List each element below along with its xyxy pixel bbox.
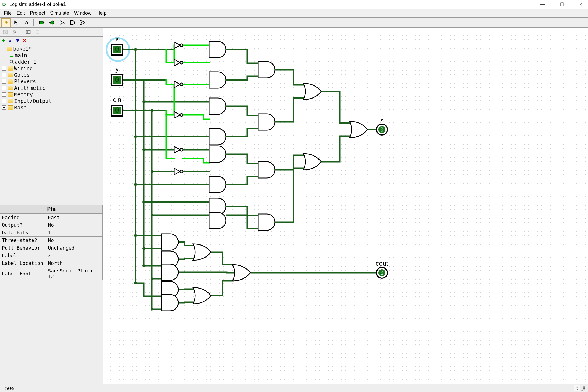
- and-gate[interactable]: [161, 234, 178, 250]
- or-gate[interactable]: [303, 154, 321, 170]
- output-pin-cout[interactable]: 0 cout: [376, 260, 388, 278]
- svg-point-30: [151, 277, 153, 280]
- window-title: Logisim: adder-1 of boke1: [9, 2, 66, 7]
- svg-point-17: [134, 135, 137, 138]
- and-gate[interactable]: [209, 72, 226, 88]
- svg-text:0: 0: [115, 76, 119, 84]
- select-tool-button[interactable]: [12, 18, 21, 27]
- tree-circuit-adder[interactable]: adder-1: [2, 59, 101, 65]
- tree-lib-wiring[interactable]: +Wiring: [2, 65, 101, 72]
- and-gate[interactable]: [258, 214, 275, 230]
- not-gate[interactable]: [174, 42, 183, 48]
- and-gate[interactable]: [258, 114, 275, 130]
- prop-row: Label FontSansSerif Plain 12: [0, 267, 103, 280]
- or-gate[interactable]: [232, 265, 250, 281]
- delete-circuit-button[interactable]: ✕: [22, 37, 27, 44]
- and-gate[interactable]: [161, 295, 178, 311]
- prop-row: Labelx: [0, 252, 103, 259]
- menu-file[interactable]: File: [2, 10, 14, 17]
- and-gate[interactable]: [258, 62, 275, 78]
- and-gate[interactable]: [209, 146, 226, 162]
- input-pin-y[interactable]: 0 y: [112, 65, 122, 85]
- svg-rect-11: [36, 30, 39, 34]
- not-gate[interactable]: [174, 81, 183, 88]
- svg-point-31: [151, 308, 153, 311]
- output-pin-button[interactable]: [47, 18, 57, 27]
- output-pin-s[interactable]: 0 s: [376, 117, 387, 135]
- prop-row: Output?No: [0, 221, 103, 229]
- view-toolbox-button[interactable]: [1, 28, 9, 36]
- or-gate[interactable]: [193, 287, 211, 304]
- menu-project[interactable]: Project: [28, 10, 47, 17]
- svg-rect-9: [26, 30, 30, 34]
- edit-layout-button[interactable]: [24, 28, 32, 36]
- menu-edit[interactable]: Edit: [14, 10, 27, 17]
- maximize-button[interactable]: ❐: [557, 1, 567, 8]
- tree-circuit-main[interactable]: main: [2, 52, 101, 59]
- and-gate[interactable]: [209, 98, 226, 114]
- title-bar: Logisim: adder-1 of boke1 — ❐ ✕: [0, 0, 588, 9]
- svg-point-21: [142, 79, 145, 81]
- edit-appearance-button[interactable]: [33, 28, 42, 36]
- zoom-spinner[interactable]: ▲▼ ░░: [574, 385, 586, 391]
- tree-lib-io[interactable]: +Input/Output: [2, 98, 101, 104]
- and-gate[interactable]: [209, 128, 226, 145]
- tree-lib-memory[interactable]: +Memory: [2, 91, 101, 98]
- poke-tool-button[interactable]: [1, 18, 11, 27]
- svg-point-23: [142, 148, 145, 151]
- or-gate[interactable]: [303, 83, 321, 100]
- tree-root[interactable]: boke1*: [2, 45, 101, 52]
- and-gate[interactable]: [209, 41, 226, 58]
- menu-bar: File Edit Project Simulate Window Help: [0, 9, 588, 17]
- svg-text:0: 0: [115, 45, 119, 53]
- close-button[interactable]: ✕: [576, 1, 586, 8]
- svg-point-29: [151, 214, 153, 216]
- svg-text:0: 0: [115, 106, 119, 114]
- not-gate[interactable]: [174, 168, 183, 175]
- or-gate[interactable]: [350, 121, 367, 138]
- minimize-button[interactable]: —: [537, 1, 548, 8]
- menu-window[interactable]: Window: [72, 10, 94, 17]
- input-pin-cin[interactable]: 0 cin: [112, 96, 122, 116]
- move-down-button[interactable]: ▼: [15, 38, 20, 44]
- not-gate[interactable]: [174, 146, 183, 153]
- and-gate[interactable]: [258, 162, 275, 178]
- svg-point-20: [134, 282, 137, 284]
- and-gate-button[interactable]: [68, 18, 77, 27]
- svg-point-28: [151, 170, 153, 173]
- tree-lib-arithmetic[interactable]: +Arithmetic: [2, 85, 101, 91]
- menu-help[interactable]: Help: [94, 10, 109, 17]
- toolbar-separator: [33, 19, 35, 26]
- move-up-button[interactable]: ▲: [7, 38, 13, 44]
- project-tree[interactable]: boke1* main adder-1 +Wiring +Gates +Plex…: [0, 44, 103, 112]
- tree-lib-gates[interactable]: +Gates: [2, 72, 101, 78]
- input-pin-button[interactable]: [37, 18, 46, 27]
- not-gate[interactable]: [174, 59, 183, 66]
- svg-text:0: 0: [380, 270, 384, 276]
- or-gate[interactable]: [193, 244, 211, 260]
- and-gate[interactable]: [161, 264, 178, 280]
- svg-point-22: [142, 100, 145, 103]
- svg-point-18: [134, 183, 137, 186]
- menu-simulate[interactable]: Simulate: [48, 10, 71, 17]
- properties-table[interactable]: FacingEast Output?No Data Bits1 Three-st…: [0, 213, 103, 280]
- prop-row: Data Bits1: [0, 229, 103, 237]
- and-gate[interactable]: [209, 176, 226, 193]
- svg-point-13: [10, 60, 13, 63]
- circuit-canvas[interactable]: 0 x 0 y 0 cin 0 s: [103, 28, 588, 384]
- zoom-label: 150%: [2, 385, 14, 391]
- svg-rect-12: [10, 54, 13, 57]
- text-tool-button[interactable]: A: [22, 18, 31, 27]
- view-simtree-button[interactable]: [10, 28, 19, 36]
- left-pane: + ▲ ▼ ✕ boke1* main adder-1 +Wiring +Gat…: [0, 28, 103, 384]
- tree-lib-base[interactable]: +Base: [2, 104, 101, 111]
- not-gate-button[interactable]: [58, 18, 67, 27]
- tree-lib-plexers[interactable]: +Plexers: [2, 78, 101, 85]
- not-gate[interactable]: [174, 112, 183, 118]
- add-circuit-button[interactable]: +: [2, 37, 5, 44]
- svg-point-2: [51, 21, 54, 24]
- svg-point-24: [142, 201, 145, 203]
- and-gate[interactable]: [209, 212, 226, 229]
- svg-point-27: [151, 109, 153, 112]
- or-gate-button[interactable]: [78, 18, 88, 27]
